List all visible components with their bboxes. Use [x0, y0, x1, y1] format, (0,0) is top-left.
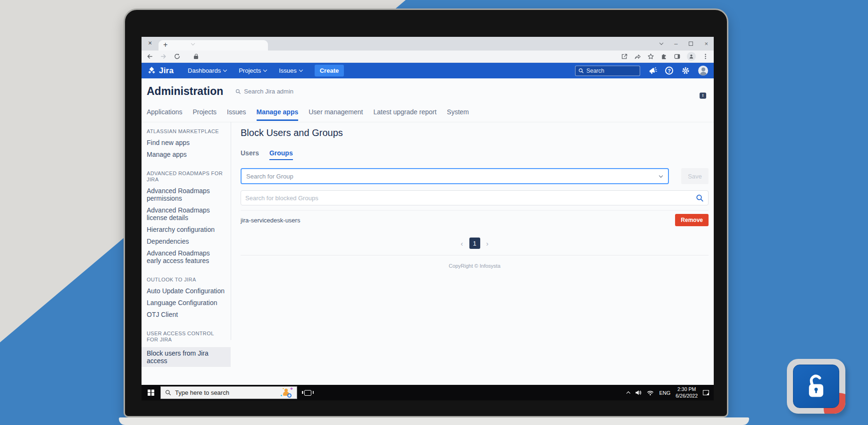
sidebar-item-early-access[interactable]: Advanced Roadmaps early access features [147, 249, 226, 264]
sidebar-item-hierarchy-configuration[interactable]: Hierarchy configuration [147, 226, 226, 233]
menu-projects[interactable]: Projects [239, 67, 267, 74]
sidebar-heading-user-access-control: USER ACCESS CONTROL FOR JIRA [147, 331, 226, 343]
extensions-icon[interactable] [660, 53, 668, 60]
network-wifi-icon[interactable] [647, 390, 654, 396]
action-center-icon[interactable] [703, 390, 709, 395]
notification-icon[interactable]: ! [700, 93, 706, 99]
admin-search-label: Search Jira admin [244, 88, 293, 95]
main-panel: Block Users and Groups Users Groups Save… [241, 122, 709, 377]
profile-icon[interactable] [687, 52, 696, 61]
sidebar-item-roadmaps-permissions[interactable]: Advanced Roadmaps permissions [147, 187, 226, 202]
jira-search-box[interactable] [575, 66, 640, 76]
browser-menu-icon[interactable] [702, 53, 709, 60]
menu-dashboards[interactable]: Dashboards [188, 67, 226, 74]
back-icon[interactable] [146, 53, 153, 60]
lock-icon[interactable] [194, 56, 198, 59]
jira-logo[interactable]: Jira [147, 66, 174, 76]
settings-gear-icon[interactable] [681, 66, 690, 75]
tab-overflow-icon[interactable] [191, 42, 195, 45]
new-tab-icon[interactable]: + [163, 41, 167, 49]
search-icon [165, 390, 171, 396]
share-icon[interactable] [634, 53, 641, 60]
tab-system[interactable]: System [447, 108, 469, 121]
volume-icon[interactable] [635, 390, 642, 396]
blocked-group-name: jira-servicedesk-users [241, 217, 300, 224]
task-view-icon[interactable] [304, 390, 311, 396]
search-highlights-icon[interactable] [280, 388, 292, 398]
nav-buttons [146, 53, 198, 60]
sidebar-item-manage-apps[interactable]: Manage apps [147, 151, 226, 158]
sidebar-item-roadmaps-license[interactable]: Advanced Roadmaps license details [147, 206, 226, 221]
tab-groups[interactable]: Groups [269, 149, 293, 160]
tab-users[interactable]: Users [241, 149, 259, 160]
system-tray: ENG 2:30 PM 6/26/2022 [627, 386, 714, 399]
sidebar-item-find-new-apps[interactable]: Find new apps [147, 139, 226, 146]
tab-applications[interactable]: Applications [147, 108, 183, 121]
start-button[interactable] [142, 385, 160, 400]
remove-button[interactable]: Remove [675, 214, 709, 226]
footer-divider [241, 255, 709, 255]
tab-latest-upgrade-report[interactable]: Latest upgrade report [373, 108, 436, 121]
hidden-icons-icon[interactable] [626, 391, 630, 395]
forward-icon[interactable] [160, 53, 167, 60]
search-icon[interactable] [696, 194, 704, 202]
jira-search-input[interactable] [586, 68, 634, 74]
browser-tab[interactable]: + [159, 40, 268, 51]
sidebar-heading-marketplace: ATLASSIAN MARKETPLACE [147, 128, 226, 135]
help-icon[interactable]: ? [665, 67, 673, 75]
laptop-base [119, 417, 749, 425]
create-button[interactable]: Create [315, 65, 344, 76]
search-icon [235, 89, 241, 94]
users-groups-tabs: Users Groups [241, 149, 293, 160]
clock[interactable]: 2:30 PM 6/26/2022 [676, 386, 698, 399]
blocked-groups-search-input[interactable] [245, 195, 696, 202]
open-padlock-icon [802, 373, 830, 400]
sidebar-item-dependencies[interactable]: Dependencies [147, 238, 226, 245]
tab-close-icon[interactable]: × [148, 39, 152, 47]
save-button[interactable]: Save [681, 168, 709, 184]
windows-logo-icon [148, 390, 154, 396]
sidebar-item-language-configuration[interactable]: Language Configuration [147, 299, 226, 306]
chevron-down-icon[interactable] [659, 173, 663, 177]
search-icon [578, 68, 584, 74]
window-menu-icon[interactable] [659, 41, 663, 45]
chevron-down-icon [263, 68, 267, 72]
page-title: Administration [147, 85, 223, 98]
reload-icon[interactable] [174, 53, 181, 60]
minimize-icon[interactable]: – [674, 41, 677, 47]
favorite-star-icon[interactable] [647, 53, 654, 60]
browser-toolbar [142, 51, 714, 63]
sidebar-item-block-users[interactable]: Block users from Jira access [142, 347, 231, 367]
language-indicator[interactable]: ENG [659, 390, 670, 396]
browser-tab-strip: × + – × [142, 37, 714, 51]
copyright-text: CopyRight © Infosysta [241, 263, 709, 269]
current-page[interactable]: 1 [469, 238, 480, 249]
group-select[interactable] [241, 168, 669, 184]
open-in-new-icon[interactable] [621, 53, 628, 60]
megaphone-icon[interactable] [648, 67, 657, 75]
sidebar-item-otj-client[interactable]: OTJ Client [147, 311, 226, 318]
blocked-groups-search[interactable] [241, 190, 709, 205]
close-icon[interactable]: × [704, 41, 708, 47]
next-page-icon[interactable]: › [486, 239, 489, 247]
clock-date: 6/26/2022 [676, 393, 698, 400]
admin-search[interactable]: Search Jira admin [235, 88, 293, 95]
group-select-input[interactable] [246, 173, 659, 180]
user-avatar[interactable] [698, 66, 708, 76]
tab-user-management[interactable]: User management [309, 108, 363, 121]
split-screen-icon[interactable] [674, 53, 681, 60]
tab-manage-apps[interactable]: Manage apps [257, 108, 299, 121]
tab-issues[interactable]: Issues [227, 108, 246, 121]
sidebar-item-auto-update[interactable]: Auto Update Configuration [147, 287, 226, 295]
jira-navbar: Jira Dashboards Projects Issues Create ? [142, 63, 714, 78]
sidebar-heading-advanced-roadmaps: ADVANCED ROADMAPS FOR JIRA [147, 170, 226, 183]
sidebar: ATLASSIAN MARKETPLACE Find new apps Mana… [147, 128, 226, 371]
sidebar-divider [231, 122, 231, 340]
taskbar-search-box[interactable] [160, 386, 297, 399]
maximize-icon[interactable] [689, 42, 693, 46]
prev-page-icon[interactable]: ‹ [461, 239, 463, 247]
tab-projects[interactable]: Projects [193, 108, 217, 121]
menu-issues[interactable]: Issues [279, 67, 302, 74]
taskbar-search-input[interactable] [175, 389, 276, 396]
jira-logo-text: Jira [159, 66, 174, 76]
